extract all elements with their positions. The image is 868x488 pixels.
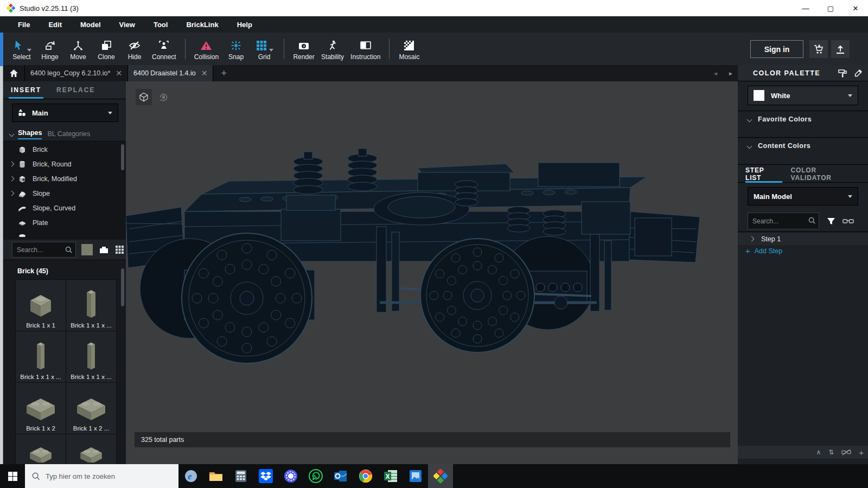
collapse-all-icon[interactable]: ∧ [816,448,821,456]
taskbar-internet-explorer[interactable]: e [178,464,203,488]
glasses-icon[interactable] [843,217,854,225]
maximize-button[interactable]: ▢ [818,0,843,16]
instruction-button[interactable]: Instruction [347,34,384,64]
tab-insert[interactable]: INSERT [3,81,49,99]
tab-6400-lego-copy[interactable]: 6400 lego_Copy 6.2.10.io* ✕ [25,65,128,81]
favorite-colors-section[interactable]: Favorite Colors [738,113,868,126]
shape-item-brick-round[interactable]: Brick, Round [3,157,126,171]
taskbar-excel[interactable]: X [378,464,403,488]
shape-item-partial[interactable] [3,230,126,238]
expand-chevron-icon[interactable] [9,162,14,167]
expand-chevron-icon[interactable] [9,176,14,182]
hinge-tool-button[interactable]: Hinge [36,34,64,64]
brick-filter-icon[interactable] [99,245,109,254]
select-tool-button[interactable]: Select [8,34,36,64]
taskbar-photos[interactable] [403,464,428,488]
taskbar-chrome[interactable] [353,464,378,488]
menu-help[interactable]: Help [228,16,261,33]
mosaic-button[interactable]: Mosaic [395,34,423,64]
taskbar-file-explorer[interactable] [203,464,228,488]
tab-step-list[interactable]: STEP LIST [745,165,782,183]
toolbar-separator [185,38,186,59]
glasses-off-icon[interactable] [841,449,851,455]
eyedropper-icon[interactable] [854,69,863,78]
part-cell-brick-1x2-var[interactable]: Brick 1 x 2 ... [66,383,116,434]
wanted-list-button[interactable] [809,40,828,58]
shape-item-slope[interactable]: Slope [3,186,126,201]
menu-tool[interactable]: Tool [144,16,177,33]
tab-close-icon[interactable]: ✕ [116,69,122,78]
windows-search-bar[interactable] [25,464,178,488]
menu-bricklink[interactable]: BrickLink [177,16,227,33]
move-tool-button[interactable]: Move [64,34,92,64]
new-tab-button[interactable]: + [213,65,234,81]
snap-toggle-button[interactable]: Snap [222,34,250,64]
clone-tool-button[interactable]: Clone [92,34,120,64]
white-color-swatch [754,90,764,101]
minimize-button[interactable]: — [793,0,818,16]
tab-scroll-left-icon[interactable]: ◄ [713,70,718,76]
reorder-steps-icon[interactable]: ⇅ [828,448,834,456]
stability-button[interactable]: Stability [318,34,347,64]
collision-toggle-button[interactable]: Collision [191,34,222,64]
add-step-button[interactable]: + Add Step [745,246,782,255]
taskbar-signal[interactable] [278,464,303,488]
sign-in-button[interactable]: Sign in [750,40,803,58]
grid-tool-button[interactable]: Grid [250,34,278,64]
part-cell-partial[interactable] [66,434,116,464]
part-cell-brick-1x1xN[interactable]: Brick 1 x 1 x ... [66,280,116,331]
shape-list-scrollbar[interactable] [121,144,124,170]
step-model-dropdown[interactable]: Main Model [748,187,858,206]
part-cell-brick-1x1[interactable]: Brick 1 x 1 [16,280,66,331]
menu-file[interactable]: File [9,16,39,33]
windows-start-button[interactable] [0,464,25,488]
filter-funnel-icon[interactable] [827,217,835,226]
grid-view-icon[interactable] [115,245,124,254]
taskbar-outlook[interactable] [328,464,353,488]
tab-bl-categories[interactable]: BL Categories [47,130,90,138]
tab-shapes[interactable]: Shapes [18,129,42,139]
collapse-chevron-icon[interactable] [9,131,15,137]
taskbar-whatsapp[interactable] [303,464,328,488]
add-icon[interactable]: + [859,448,864,457]
viewport-3d[interactable]: 325 total parts [126,81,738,464]
current-color-swatch[interactable] [81,244,93,255]
menu-view[interactable]: View [110,16,144,33]
results-header: Brick (45) [17,267,126,275]
tab-replace[interactable]: REPLACE [49,81,103,99]
tab-6400-draaistel[interactable]: 6400 Draaistel 1.4.io ✕ [128,65,213,81]
taskbar-studio-active[interactable] [428,464,453,488]
windows-search-input[interactable] [46,472,165,480]
tab-scroll-right-icon[interactable]: ► [728,70,733,76]
internet-explorer-icon: e [184,469,198,483]
part-cell-partial[interactable] [16,434,66,464]
taskbar-dropbox[interactable] [253,464,278,488]
results-scrollbar[interactable] [121,268,124,306]
photos-icon [409,470,422,483]
shape-item-plate[interactable]: Plate [3,215,126,230]
render-button[interactable]: Render [290,34,318,64]
tab-close-icon[interactable]: ✕ [201,69,208,78]
part-cell-brick-1x1xN[interactable]: Brick 1 x 1 x ... [16,331,66,382]
menu-edit[interactable]: Edit [39,16,71,33]
content-colors-section[interactable]: Content Colors [738,139,868,152]
part-cell-brick-1x2[interactable]: Brick 1 x 2 [16,383,66,434]
paint-roller-icon[interactable] [838,68,847,78]
taskbar-calculator[interactable] [228,464,253,488]
home-button[interactable] [3,65,25,81]
brick-1x1-tall-thumbnail [75,339,107,373]
part-cell-brick-1x1xN[interactable]: Brick 1 x 1 x ... [66,331,116,382]
tab-color-validator[interactable]: COLOR VALIDATOR [791,165,859,183]
hide-tool-button[interactable]: Hide [120,34,149,64]
close-button[interactable]: ✕ [843,0,868,16]
shape-item-slope-curved[interactable]: Slope, Curved [3,201,126,215]
connect-tool-button[interactable]: Connect [149,34,180,64]
shape-item-brick-modified[interactable]: Brick, Modified [3,171,126,186]
shape-item-brick[interactable]: Brick [3,142,126,157]
color-selector-dropdown[interactable]: White [748,86,858,105]
menu-model[interactable]: Model [71,16,110,33]
upload-button[interactable] [831,40,850,58]
expand-chevron-icon[interactable] [9,191,14,196]
step-1-row[interactable]: Step 1 [738,233,868,245]
model-selector-dropdown[interactable]: Main [12,104,118,122]
